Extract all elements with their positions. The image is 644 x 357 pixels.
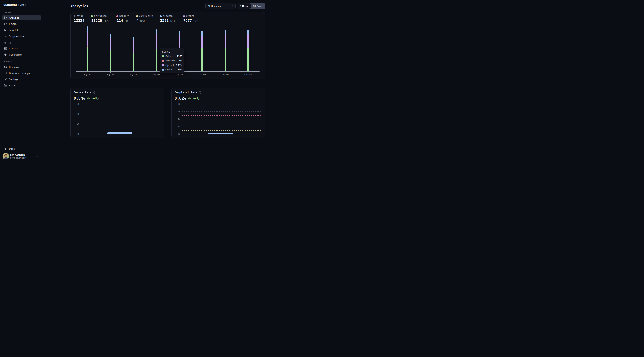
bar-aug-30[interactable] [99,34,122,71]
segment-opened [202,36,203,48]
x-label-sep-04: Sep 04 [214,74,237,76]
gridline [182,134,262,134]
sidebar-item-developer-settings[interactable]: Developer settings [2,70,41,76]
stat-delivered: DELIVERED12220(99%) [91,15,110,22]
bar-aug-29[interactable] [76,26,99,71]
stats-row: TOTAL12334DELIVERED12220(99%)BOUNCED114(… [74,15,262,22]
segment-opened [178,36,180,50]
segment-clicked [110,34,111,38]
sidebar-item-analytics[interactable]: Analytics [2,15,41,20]
threshold-line-danger [81,114,161,114]
sidebar-item-label: Contacts [9,47,19,50]
x-tick [99,72,122,73]
check-circle-icon [188,97,191,100]
stacked-bar [202,31,203,71]
complaint-rate-chart: .8%.6%.4%.2%0% [174,104,262,135]
sidebar-item-label: Admin [9,84,16,87]
bounce-status-badge: Healthy [87,97,98,100]
tooltip-value: 286 [178,68,182,71]
complaint-rate-card: Complaint Rate 0.02% Healthy .8%.6%.4%.2… [172,88,265,138]
email-events-chart: Sep 01 Delivered1573Bounced19Opened1055C… [74,26,262,76]
x-label-sep-01: Sep 01 [145,74,168,76]
chart-tooltip: Sep 01 Delivered1573Bounced19Opened1055C… [160,48,184,74]
complaint-rate-value: 0.02% [174,96,186,100]
date-range-toggle: 7 Days30 Days [238,3,265,9]
x-axis-labels: Aug 29Aug 30Aug 31Sep 01Sep 02Sep 03Sep … [76,74,260,76]
range-option-30-days[interactable]: 30 Days [251,3,265,9]
layout-template-icon [4,28,7,32]
y-tick-label: 0% [174,133,180,135]
sidebar-item-label: Developer settings [9,72,30,74]
stat-label: CLICKED [163,15,173,17]
range-option-7-days[interactable]: 7 Days [238,3,251,9]
sidebar-item-contacts[interactable]: Contacts [2,46,41,51]
bounce-rate-title: Bounce Rate [74,91,92,94]
sidebar-item-domains[interactable]: Domains [2,64,41,70]
tooltip-value: 1055 [176,64,182,66]
rate-value-bar[interactable] [107,132,132,134]
stat-value: 12334 [74,18,84,22]
sidebar-item-label: Templates [9,29,20,32]
app-root: useSend Beta GeneralAnalyticsEmailsTempl… [0,0,292,162]
y-tick-label: 15% [74,103,79,105]
bar-aug-31[interactable] [122,36,145,71]
book-open-icon [4,147,7,150]
topbar: Analytics All Domains 7 Days30 Days [70,2,265,9]
sidebar-item-templates[interactable]: Templates [2,27,41,33]
rate-value-bar[interactable] [208,133,233,134]
page-title: Analytics [70,4,88,8]
bar-sep-03[interactable] [191,31,214,71]
segment-delivered [202,48,203,71]
y-tick-label: 0% [74,133,79,135]
bar-sep-04[interactable] [214,30,237,71]
info-icon[interactable] [93,91,96,94]
bar-sep-05[interactable] [237,30,260,71]
sidebar-section-label-general: General [4,11,39,14]
rate-cards-row: Bounce Rate 0.84% Healthy 15%10%5%0% Com… [70,88,265,138]
segment-opened [156,34,157,49]
user-menu[interactable]: KM Koushik hey@koushik.dev [2,152,41,159]
stat-label: BOUNCED [120,15,129,17]
book-user-icon [4,47,7,50]
docs-label: Docs [9,148,15,150]
domain-filter-value: All Domains [208,5,221,8]
more-vertical-icon[interactable] [35,154,40,158]
legend-dot [160,16,162,17]
segment-opened [224,34,226,48]
stacked-bar [156,30,157,71]
code-icon [4,72,7,74]
stat-value: 4 [136,18,138,22]
sidebar-section-label-marketing: Marketing [4,42,39,44]
y-tick-label: .8% [174,103,180,105]
domain-filter-select[interactable]: All Domains [205,3,236,9]
app-logo: useSend [3,3,17,7]
stat-opened: OPENED7677(62%) [183,15,200,22]
bar-chart-icon [4,16,7,19]
threshold-line-warning [81,124,161,124]
legend-dot [183,16,185,17]
sidebar-item-emails[interactable]: Emails [2,21,41,27]
sidebar-item-docs[interactable]: Docs [2,146,41,152]
avatar [3,153,8,159]
x-label-aug-30: Aug 30 [99,74,122,76]
overview-card: TOTAL12334DELIVERED12220(99%)BOUNCED114(… [70,12,265,79]
segment-delivered [224,48,226,71]
legend-dot [74,16,75,17]
bounce-rate-value-row: 0.84% Healthy [74,96,161,100]
stacked-bar [110,34,111,71]
stat-percentage: (0%) [140,20,145,22]
segment-opened [110,38,111,50]
info-icon[interactable] [199,91,202,94]
tooltip-row-opened: Opened1055 [162,64,182,66]
sidebar-item-settings[interactable]: Settings [2,76,41,82]
sidebar-item-suppressions[interactable]: Suppressions [2,33,41,39]
stat-percentage: (62%) [193,20,200,22]
sidebar-item-label: Domains [9,66,19,68]
tooltip-date: Sep 01 [162,50,182,53]
sidebar-item-admin[interactable]: Admin [2,82,41,88]
beta-badge: Beta [18,3,26,7]
tooltip-value: 1573 [177,55,182,58]
tooltip-dot [162,69,164,70]
sidebar-item-campaigns[interactable]: Campaigns [2,52,41,58]
sidebar-item-label: Suppressions [9,35,24,38]
